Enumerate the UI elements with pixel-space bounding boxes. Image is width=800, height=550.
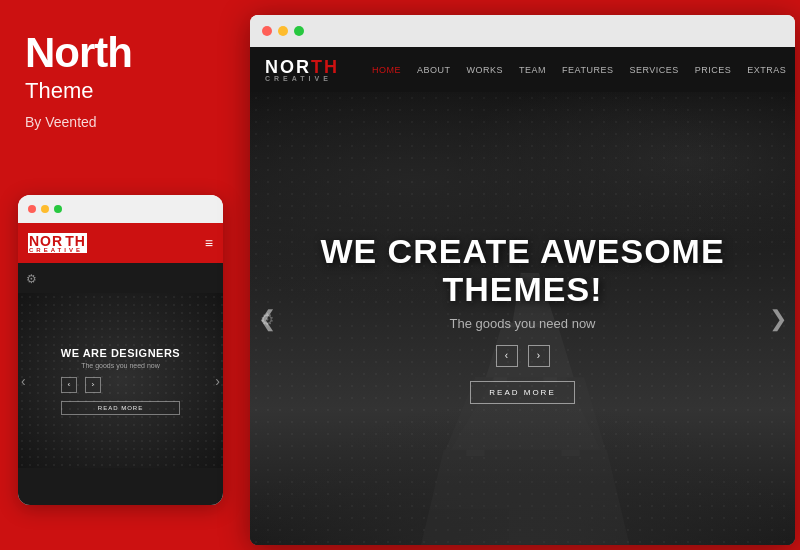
mobile-browser-bar bbox=[18, 195, 223, 223]
mobile-next-arrow-icon[interactable]: › bbox=[215, 373, 220, 389]
desktop-nav-item-home[interactable]: HOME bbox=[364, 47, 409, 92]
mobile-dot-red bbox=[28, 205, 36, 213]
desktop-nav-items: HOME ABOUT WORKS TEAM FEATURES SERVICES … bbox=[364, 47, 795, 92]
desktop-nav-item-services[interactable]: SERVICES bbox=[621, 47, 686, 92]
desktop-nav-item-prices[interactable]: PRICES bbox=[687, 47, 740, 92]
desktop-arrow-left[interactable]: ‹ bbox=[496, 345, 518, 367]
desktop-logo-sub: CREATIVE bbox=[265, 75, 339, 82]
mobile-preview: NORTH CREATIVE ≡ ⚙ ‹ › WE ARE DESIGNERS … bbox=[18, 195, 223, 505]
desktop-hero-text: WE CREATE AWESOME THEMES! The goods you … bbox=[250, 233, 795, 404]
mobile-arrow-left[interactable]: ‹ bbox=[61, 377, 77, 393]
hamburger-icon[interactable]: ≡ bbox=[205, 235, 213, 251]
desktop-nav-item-works[interactable]: WORKS bbox=[459, 47, 512, 92]
desktop-read-more-button[interactable]: READ MORE bbox=[470, 381, 574, 404]
desktop-nav-item-features[interactable]: FEATURES bbox=[554, 47, 621, 92]
mobile-gear-area: ⚙ bbox=[18, 263, 223, 293]
desktop-hero-title: WE CREATE AWESOME THEMES! bbox=[250, 233, 795, 308]
left-panel: North Theme By Veented NORTH CREATIVE ≡ … bbox=[0, 0, 240, 550]
svg-rect-9 bbox=[561, 450, 579, 456]
desktop-nav-item-extras[interactable]: EXTRAS bbox=[739, 47, 794, 92]
mobile-read-more-button[interactable]: READ MORE bbox=[61, 401, 180, 415]
desktop-dot-yellow bbox=[278, 26, 288, 36]
theme-author: By Veented bbox=[25, 114, 215, 130]
mobile-hero-sub: The goods you need now bbox=[61, 362, 180, 369]
desktop-dot-green bbox=[294, 26, 304, 36]
desktop-nav: NORTH CREATIVE HOME ABOUT WORKS TEAM FEA… bbox=[250, 47, 795, 92]
desktop-hero-sub: The goods you need now bbox=[250, 316, 795, 331]
mobile-hero-text: WE ARE DESIGNERS The goods you need now … bbox=[61, 347, 180, 415]
mobile-hero: ‹ › WE ARE DESIGNERS The goods you need … bbox=[18, 293, 223, 468]
svg-marker-3 bbox=[421, 450, 629, 545]
desktop-dot-red bbox=[262, 26, 272, 36]
mobile-nav-arrows: ‹ › bbox=[61, 377, 180, 393]
theme-subtitle: Theme bbox=[25, 78, 215, 104]
desktop-nav-item-about[interactable]: ABOUT bbox=[409, 47, 459, 92]
mobile-arrow-right[interactable]: › bbox=[85, 377, 101, 393]
desktop-logo: NORTH CREATIVE bbox=[265, 57, 359, 82]
desktop-logo-text: NORTH CREATIVE bbox=[265, 57, 339, 82]
theme-title: North Theme By Veented bbox=[25, 30, 215, 130]
desktop-nav-item-team[interactable]: TEAM bbox=[511, 47, 554, 92]
desktop-content: NORTH CREATIVE HOME ABOUT WORKS TEAM FEA… bbox=[250, 47, 795, 545]
mobile-hero-title: WE ARE DESIGNERS bbox=[61, 347, 180, 359]
mobile-logo: NORTH CREATIVE bbox=[28, 233, 87, 253]
mobile-gear-icon: ⚙ bbox=[26, 272, 37, 286]
desktop-browser-bar bbox=[250, 15, 795, 47]
mobile-prev-arrow-icon[interactable]: ‹ bbox=[21, 373, 26, 389]
mobile-logo-text: NORTH CREATIVE bbox=[28, 233, 87, 253]
theme-name: North bbox=[25, 29, 132, 76]
desktop-logo-nor: NOR bbox=[265, 57, 311, 77]
mobile-content: NORTH CREATIVE ≡ ⚙ ‹ › WE ARE DESIGNERS … bbox=[18, 223, 223, 505]
desktop-nav-item-shop[interactable]: SHOP bbox=[794, 47, 795, 92]
mobile-dot-yellow bbox=[41, 205, 49, 213]
svg-rect-8 bbox=[466, 450, 484, 456]
desktop-hero: ⚙ ❮ ❯ WE CREATE AWESOME THEMES! The good… bbox=[250, 92, 795, 545]
mobile-nav: NORTH CREATIVE ≡ bbox=[18, 223, 223, 263]
desktop-logo-th: TH bbox=[311, 57, 339, 77]
desktop-nav-arrows: ‹ › bbox=[250, 345, 795, 367]
desktop-preview: NORTH CREATIVE HOME ABOUT WORKS TEAM FEA… bbox=[250, 15, 795, 545]
desktop-arrow-right[interactable]: › bbox=[528, 345, 550, 367]
mobile-logo-sub: CREATIVE bbox=[28, 247, 87, 253]
mobile-dot-green bbox=[54, 205, 62, 213]
